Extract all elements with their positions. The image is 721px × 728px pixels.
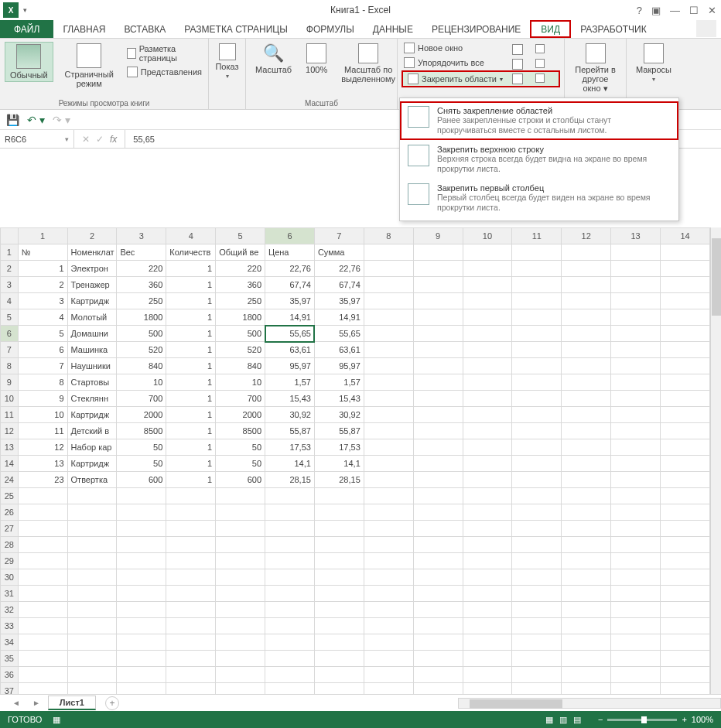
cell[interactable] xyxy=(413,521,463,537)
cell[interactable] xyxy=(661,683,710,695)
cell[interactable] xyxy=(117,569,166,586)
cell[interactable] xyxy=(661,488,710,504)
cell[interactable] xyxy=(611,391,661,407)
cell[interactable] xyxy=(314,488,364,504)
cell[interactable] xyxy=(512,277,562,293)
cell[interactable] xyxy=(611,651,661,667)
cell[interactable] xyxy=(562,634,611,651)
cell[interactable] xyxy=(166,569,216,586)
show-button[interactable]: Показ ▾ xyxy=(214,42,241,81)
cell[interactable] xyxy=(562,293,611,309)
cell[interactable] xyxy=(166,651,216,667)
cell[interactable] xyxy=(611,667,661,683)
cell[interactable] xyxy=(463,277,512,293)
page-break-view-button[interactable]: Страничный режим xyxy=(58,42,121,90)
cell[interactable] xyxy=(265,618,315,634)
cell[interactable]: 13 xyxy=(18,456,67,472)
cell[interactable]: 1 xyxy=(166,326,216,342)
cell[interactable] xyxy=(463,374,512,391)
cell[interactable] xyxy=(364,683,413,695)
cell[interactable]: 11 xyxy=(18,423,67,439)
cell[interactable] xyxy=(661,569,710,586)
cell[interactable] xyxy=(364,374,413,391)
cell[interactable] xyxy=(364,407,413,423)
cell[interactable]: 1,57 xyxy=(265,374,315,391)
cell[interactable]: Номенклат xyxy=(67,244,117,261)
cell[interactable]: 14,91 xyxy=(265,309,315,326)
cell[interactable]: 95,97 xyxy=(265,358,315,374)
cell[interactable] xyxy=(364,488,413,504)
name-box[interactable]: R6C6 ▾ xyxy=(0,130,74,148)
cell[interactable] xyxy=(463,358,512,374)
cell[interactable] xyxy=(562,472,611,488)
side-by-side-button[interactable] xyxy=(534,58,546,69)
cell[interactable] xyxy=(463,488,512,504)
cell[interactable] xyxy=(117,683,166,695)
col-header[interactable]: 8 xyxy=(364,228,413,244)
cell[interactable]: Домашни xyxy=(67,326,117,342)
cell[interactable] xyxy=(611,504,661,521)
cell[interactable] xyxy=(18,537,67,553)
row-header[interactable]: 33 xyxy=(1,618,19,634)
cell[interactable] xyxy=(463,602,512,618)
cell[interactable] xyxy=(512,261,562,277)
cell[interactable] xyxy=(314,683,364,695)
row-header[interactable]: 27 xyxy=(1,521,19,537)
cell[interactable]: 6 xyxy=(18,342,67,358)
cell[interactable] xyxy=(364,423,413,439)
cell[interactable] xyxy=(265,504,315,521)
cell[interactable] xyxy=(562,342,611,358)
col-header[interactable]: 4 xyxy=(166,228,216,244)
cell[interactable] xyxy=(611,553,661,569)
cell[interactable]: 30,92 xyxy=(265,407,315,423)
cell[interactable] xyxy=(562,407,611,423)
cancel-icon[interactable]: ✕ xyxy=(82,134,90,145)
cell[interactable] xyxy=(463,309,512,326)
cell[interactable] xyxy=(67,569,117,586)
cell[interactable] xyxy=(364,261,413,277)
cell[interactable] xyxy=(611,683,661,695)
cell[interactable] xyxy=(364,277,413,293)
cell[interactable] xyxy=(661,277,710,293)
cell[interactable] xyxy=(18,488,67,504)
cell[interactable] xyxy=(661,374,710,391)
enter-icon[interactable]: ✓ xyxy=(96,134,104,145)
cell[interactable] xyxy=(661,504,710,521)
cell[interactable] xyxy=(562,521,611,537)
cell[interactable]: 500 xyxy=(216,326,265,342)
cell[interactable] xyxy=(562,618,611,634)
cell[interactable] xyxy=(463,244,512,261)
cell[interactable] xyxy=(413,586,463,602)
cell[interactable]: 35,97 xyxy=(265,293,315,309)
switch-windows-button[interactable]: Перейти вдругое окно ▾ xyxy=(569,42,621,94)
cell[interactable]: 1 xyxy=(166,358,216,374)
cell[interactable] xyxy=(661,586,710,602)
user-avatar[interactable] xyxy=(696,20,716,37)
cell[interactable] xyxy=(67,618,117,634)
cell[interactable]: Картридж xyxy=(67,456,117,472)
cell[interactable]: № xyxy=(18,244,67,261)
row-header[interactable]: 28 xyxy=(1,537,19,553)
fx-icon[interactable]: fx xyxy=(110,134,117,145)
cell[interactable]: 15,43 xyxy=(265,391,315,407)
cell[interactable] xyxy=(364,456,413,472)
cell[interactable] xyxy=(364,553,413,569)
cell[interactable]: 1 xyxy=(166,456,216,472)
cell[interactable] xyxy=(562,504,611,521)
zoom-in-icon[interactable]: + xyxy=(682,715,686,724)
cell[interactable] xyxy=(314,569,364,586)
cell[interactable] xyxy=(562,326,611,342)
cell[interactable] xyxy=(166,667,216,683)
cell[interactable]: 35,97 xyxy=(314,293,364,309)
cell[interactable] xyxy=(314,667,364,683)
cell[interactable] xyxy=(364,537,413,553)
cell[interactable] xyxy=(166,488,216,504)
sheet-nav-prev[interactable]: ◄ xyxy=(8,699,25,707)
cell[interactable]: 1 xyxy=(166,391,216,407)
cell[interactable] xyxy=(117,602,166,618)
cell[interactable]: 17,53 xyxy=(314,439,364,456)
tab-formulas[interactable]: ФОРМУЛЫ xyxy=(297,20,364,38)
cell[interactable] xyxy=(117,667,166,683)
cell[interactable] xyxy=(166,537,216,553)
cell[interactable] xyxy=(413,488,463,504)
